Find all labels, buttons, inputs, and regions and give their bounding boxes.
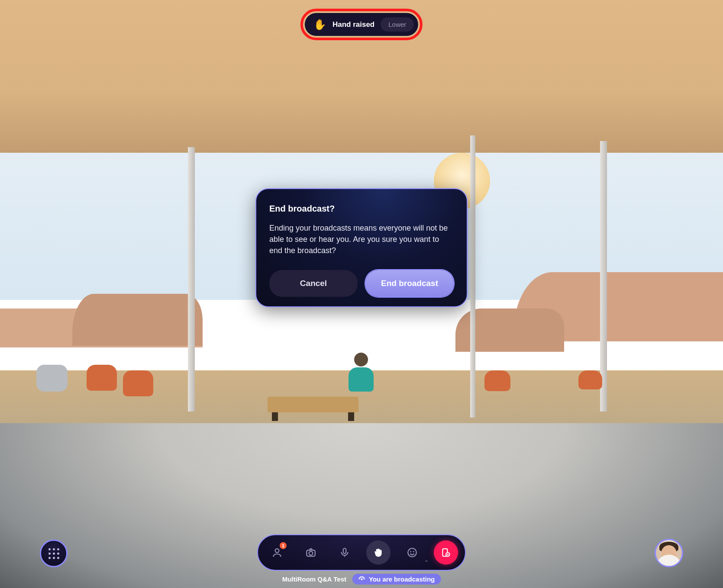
participants-badge: 1	[280, 542, 287, 549]
furniture-bench	[268, 397, 358, 412]
svg-point-0	[275, 549, 279, 553]
broadcast-status-pill[interactable]: You are broadcasting	[352, 574, 441, 585]
grid-icon	[48, 548, 59, 559]
chevron-up-icon: ⌃	[424, 559, 429, 566]
furniture-chair	[123, 370, 153, 396]
menu-button[interactable]	[40, 540, 68, 567]
end-broadcast-button[interactable]: End broadcast	[365, 270, 454, 297]
broadcast-icon	[358, 576, 365, 583]
raised-hand-icon: ✋	[313, 19, 326, 31]
bottom-toolbar: 1 ⌃	[257, 534, 466, 571]
end-broadcast-dialog: End broadcast? Ending your broadcasts me…	[255, 188, 468, 307]
leave-icon	[440, 547, 452, 558]
reactions-button[interactable]: ⌃	[400, 540, 424, 565]
svg-rect-3	[343, 548, 346, 553]
room-name-label: MultiRoom Q&A Test	[282, 575, 346, 583]
profile-avatar-button[interactable]	[655, 539, 683, 567]
dialog-button-row: Cancel End broadcast	[269, 270, 454, 297]
raise-hand-button[interactable]	[366, 540, 391, 565]
leave-button[interactable]	[434, 540, 458, 565]
avatar-figure	[347, 353, 375, 396]
camera-button[interactable]	[299, 540, 323, 565]
hand-raised-pill: ✋ Hand raised Lower	[305, 13, 418, 36]
participants-button[interactable]: 1	[265, 540, 289, 565]
svg-point-2	[309, 551, 313, 555]
furniture-chair	[484, 370, 510, 391]
microphone-button[interactable]	[332, 540, 357, 565]
svg-point-9	[361, 578, 363, 580]
hand-icon	[373, 547, 384, 558]
svg-point-4	[408, 548, 416, 557]
lower-hand-button[interactable]: Lower	[381, 17, 414, 32]
pillar	[188, 147, 195, 412]
cancel-button[interactable]: Cancel	[269, 270, 358, 297]
highlight-frame: ✋ Hand raised Lower	[300, 9, 423, 40]
footer-status: MultiRoom Q&A Test You are broadcasting	[282, 574, 441, 585]
furniture-chair	[578, 370, 602, 389]
dialog-body: Ending your broadcasts means everyone wi…	[269, 222, 454, 256]
dialog-title: End broadcast?	[269, 204, 454, 214]
furniture-chair	[36, 365, 68, 392]
pillar	[470, 135, 475, 418]
camera-icon	[305, 547, 316, 558]
furniture-chair	[87, 365, 117, 391]
svg-point-5	[410, 551, 411, 552]
pillar	[600, 141, 607, 411]
smile-icon	[407, 547, 418, 558]
svg-point-6	[413, 551, 414, 552]
microphone-icon	[339, 547, 350, 558]
hand-raised-label: Hand raised	[332, 20, 374, 29]
broadcast-status-text: You are broadcasting	[369, 575, 435, 583]
